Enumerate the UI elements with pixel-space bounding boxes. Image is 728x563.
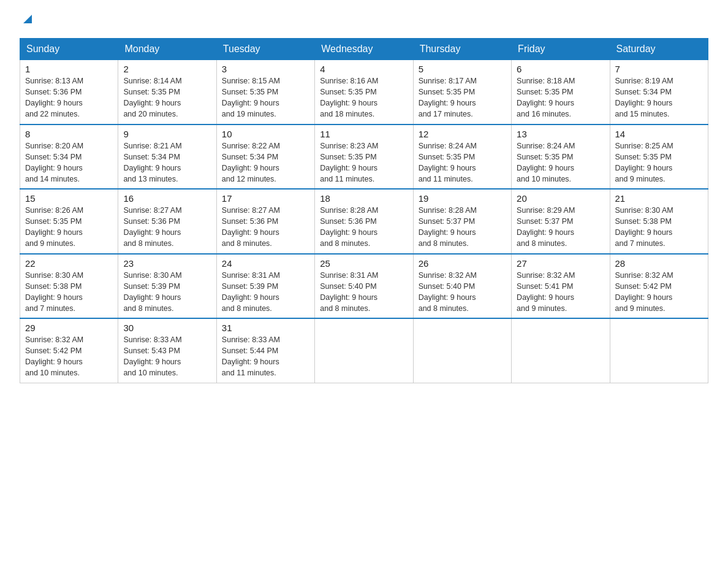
day-info: Sunrise: 8:14 AMSunset: 5:35 PMDaylight:… <box>123 77 181 118</box>
calendar-cell: 7 Sunrise: 8:19 AMSunset: 5:34 PMDayligh… <box>610 60 708 124</box>
day-number: 15 <box>25 193 113 204</box>
day-info: Sunrise: 8:31 AMSunset: 5:40 PMDaylight:… <box>320 271 378 313</box>
day-number: 3 <box>222 64 309 74</box>
day-number: 29 <box>25 323 113 333</box>
day-info: Sunrise: 8:25 AMSunset: 5:35 PMDaylight:… <box>615 142 673 183</box>
calendar-cell <box>413 318 511 383</box>
day-number: 26 <box>419 258 506 269</box>
day-number: 1 <box>25 64 113 74</box>
day-info: Sunrise: 8:13 AMSunset: 5:36 PMDaylight:… <box>25 77 83 118</box>
calendar-cell: 24 Sunrise: 8:31 AMSunset: 5:39 PMDaylig… <box>216 254 314 319</box>
calendar-cell: 29 Sunrise: 8:32 AMSunset: 5:42 PMDaylig… <box>20 318 118 383</box>
weekday-header-row: SundayMondayTuesdayWednesdayThursdayFrid… <box>20 39 708 60</box>
calendar-cell: 6 Sunrise: 8:18 AMSunset: 5:35 PMDayligh… <box>512 60 610 124</box>
day-number: 19 <box>419 193 506 204</box>
day-info: Sunrise: 8:26 AMSunset: 5:35 PMDaylight:… <box>25 206 83 248</box>
day-number: 27 <box>517 258 604 269</box>
day-info: Sunrise: 8:32 AMSunset: 5:41 PMDaylight:… <box>517 271 575 313</box>
calendar-cell: 17 Sunrise: 8:27 AMSunset: 5:36 PMDaylig… <box>216 189 314 254</box>
day-info: Sunrise: 8:31 AMSunset: 5:39 PMDaylight:… <box>222 271 280 313</box>
day-info: Sunrise: 8:16 AMSunset: 5:35 PMDaylight:… <box>320 77 378 118</box>
day-info: Sunrise: 8:29 AMSunset: 5:37 PMDaylight:… <box>517 206 575 248</box>
calendar-cell: 12 Sunrise: 8:24 AMSunset: 5:35 PMDaylig… <box>413 124 511 190</box>
calendar-cell: 31 Sunrise: 8:33 AMSunset: 5:44 PMDaylig… <box>216 318 314 383</box>
calendar-cell: 14 Sunrise: 8:25 AMSunset: 5:35 PMDaylig… <box>610 124 708 190</box>
day-info: Sunrise: 8:21 AMSunset: 5:34 PMDaylight:… <box>123 142 181 183</box>
calendar-cell: 9 Sunrise: 8:21 AMSunset: 5:34 PMDayligh… <box>118 124 216 190</box>
calendar-cell: 4 Sunrise: 8:16 AMSunset: 5:35 PMDayligh… <box>315 60 413 124</box>
page-header <box>20 15 708 26</box>
calendar-cell: 22 Sunrise: 8:30 AMSunset: 5:38 PMDaylig… <box>20 254 118 319</box>
calendar-cell: 23 Sunrise: 8:30 AMSunset: 5:39 PMDaylig… <box>118 254 216 319</box>
day-number: 22 <box>25 258 113 269</box>
calendar-week-row: 1 Sunrise: 8:13 AMSunset: 5:36 PMDayligh… <box>20 60 708 124</box>
svg-marker-0 <box>23 15 32 23</box>
day-number: 23 <box>123 258 211 269</box>
calendar-week-row: 15 Sunrise: 8:26 AMSunset: 5:35 PMDaylig… <box>20 189 708 254</box>
day-number: 24 <box>222 258 309 269</box>
calendar-week-row: 22 Sunrise: 8:30 AMSunset: 5:38 PMDaylig… <box>20 254 708 319</box>
calendar-cell: 25 Sunrise: 8:31 AMSunset: 5:40 PMDaylig… <box>315 254 413 319</box>
day-info: Sunrise: 8:20 AMSunset: 5:34 PMDaylight:… <box>25 142 83 183</box>
day-number: 6 <box>517 64 604 74</box>
calendar-table: SundayMondayTuesdayWednesdayThursdayFrid… <box>20 38 708 383</box>
day-number: 21 <box>615 193 703 204</box>
day-number: 18 <box>320 193 408 204</box>
day-number: 2 <box>123 64 211 74</box>
day-number: 11 <box>320 129 408 139</box>
calendar-cell: 20 Sunrise: 8:29 AMSunset: 5:37 PMDaylig… <box>512 189 610 254</box>
day-number: 28 <box>615 258 703 269</box>
day-info: Sunrise: 8:33 AMSunset: 5:44 PMDaylight:… <box>222 335 280 377</box>
day-info: Sunrise: 8:17 AMSunset: 5:35 PMDaylight:… <box>419 77 477 118</box>
weekday-header-monday: Monday <box>118 39 216 60</box>
logo-triangle-icon <box>21 12 34 26</box>
calendar-cell <box>512 318 610 383</box>
day-info: Sunrise: 8:19 AMSunset: 5:34 PMDaylight:… <box>615 77 673 118</box>
day-number: 9 <box>123 129 211 139</box>
day-number: 13 <box>517 129 604 139</box>
day-info: Sunrise: 8:32 AMSunset: 5:40 PMDaylight:… <box>419 271 477 313</box>
day-info: Sunrise: 8:23 AMSunset: 5:35 PMDaylight:… <box>320 142 378 183</box>
day-info: Sunrise: 8:24 AMSunset: 5:35 PMDaylight:… <box>419 142 477 183</box>
calendar-cell: 1 Sunrise: 8:13 AMSunset: 5:36 PMDayligh… <box>20 60 118 124</box>
day-info: Sunrise: 8:28 AMSunset: 5:37 PMDaylight:… <box>419 206 477 248</box>
calendar-cell: 5 Sunrise: 8:17 AMSunset: 5:35 PMDayligh… <box>413 60 511 124</box>
day-number: 20 <box>517 193 604 204</box>
calendar-cell: 18 Sunrise: 8:28 AMSunset: 5:36 PMDaylig… <box>315 189 413 254</box>
day-info: Sunrise: 8:24 AMSunset: 5:35 PMDaylight:… <box>517 142 575 183</box>
calendar-cell: 21 Sunrise: 8:30 AMSunset: 5:38 PMDaylig… <box>610 189 708 254</box>
day-number: 17 <box>222 193 309 204</box>
day-number: 12 <box>419 129 506 139</box>
calendar-week-row: 29 Sunrise: 8:32 AMSunset: 5:42 PMDaylig… <box>20 318 708 383</box>
day-info: Sunrise: 8:27 AMSunset: 5:36 PMDaylight:… <box>123 206 181 248</box>
day-info: Sunrise: 8:33 AMSunset: 5:43 PMDaylight:… <box>123 335 181 377</box>
calendar-cell: 16 Sunrise: 8:27 AMSunset: 5:36 PMDaylig… <box>118 189 216 254</box>
calendar-cell: 15 Sunrise: 8:26 AMSunset: 5:35 PMDaylig… <box>20 189 118 254</box>
weekday-header-thursday: Thursday <box>413 39 511 60</box>
day-number: 31 <box>222 323 309 333</box>
weekday-header-friday: Friday <box>512 39 610 60</box>
calendar-cell: 19 Sunrise: 8:28 AMSunset: 5:37 PMDaylig… <box>413 189 511 254</box>
calendar-cell: 3 Sunrise: 8:15 AMSunset: 5:35 PMDayligh… <box>216 60 314 124</box>
day-number: 30 <box>123 323 211 333</box>
day-info: Sunrise: 8:32 AMSunset: 5:42 PMDaylight:… <box>25 335 83 377</box>
day-info: Sunrise: 8:30 AMSunset: 5:38 PMDaylight:… <box>615 206 673 248</box>
day-number: 7 <box>615 64 703 74</box>
day-info: Sunrise: 8:27 AMSunset: 5:36 PMDaylight:… <box>222 206 280 248</box>
weekday-header-sunday: Sunday <box>20 39 118 60</box>
calendar-cell: 27 Sunrise: 8:32 AMSunset: 5:41 PMDaylig… <box>512 254 610 319</box>
weekday-header-saturday: Saturday <box>610 39 708 60</box>
calendar-cell: 2 Sunrise: 8:14 AMSunset: 5:35 PMDayligh… <box>118 60 216 124</box>
day-info: Sunrise: 8:30 AMSunset: 5:39 PMDaylight:… <box>123 271 181 313</box>
calendar-cell: 30 Sunrise: 8:33 AMSunset: 5:43 PMDaylig… <box>118 318 216 383</box>
weekday-header-tuesday: Tuesday <box>216 39 314 60</box>
day-number: 5 <box>419 64 506 74</box>
day-info: Sunrise: 8:18 AMSunset: 5:35 PMDaylight:… <box>517 77 575 118</box>
day-info: Sunrise: 8:32 AMSunset: 5:42 PMDaylight:… <box>615 271 673 313</box>
logo <box>20 15 34 26</box>
day-info: Sunrise: 8:30 AMSunset: 5:38 PMDaylight:… <box>25 271 83 313</box>
day-number: 8 <box>25 129 113 139</box>
calendar-cell: 13 Sunrise: 8:24 AMSunset: 5:35 PMDaylig… <box>512 124 610 190</box>
day-number: 4 <box>320 64 408 74</box>
calendar-cell: 10 Sunrise: 8:22 AMSunset: 5:34 PMDaylig… <box>216 124 314 190</box>
